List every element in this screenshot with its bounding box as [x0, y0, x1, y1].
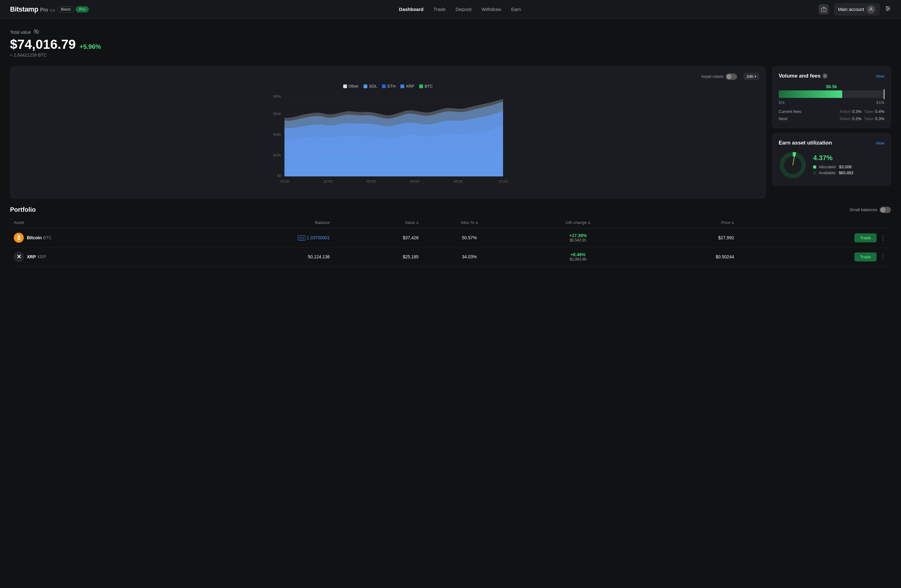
legend-eth: ETH — [382, 84, 396, 89]
svg-text:16:00: 16:00 — [280, 179, 289, 183]
col-actions — [738, 217, 891, 228]
small-balances-switch[interactable] — [880, 207, 891, 213]
badge-basic[interactable]: Basic — [58, 6, 75, 12]
nav-item-deposit[interactable]: Deposit — [455, 6, 471, 12]
table-row: ₿ Bitcoin BTC [+] 1.33700001 $37,426 50.… — [10, 228, 891, 247]
settings-icon[interactable] — [885, 5, 891, 13]
nav-item-dashboard[interactable]: Dashboard — [399, 6, 423, 12]
earn-card: Earn asset utilization View — [772, 133, 891, 186]
portfolio-table: Asset Balance Value ⇅ Alloc % ⇅ 24h chan… — [10, 217, 891, 266]
nav-item-withdraw[interactable]: Withdraw — [482, 6, 501, 12]
chart-area: $80k $60k $40k $20k $0 — [17, 91, 759, 192]
btc-asset-cell: ₿ Bitcoin BTC — [10, 228, 183, 247]
earn-view-link[interactable]: View — [876, 141, 884, 145]
small-balances-toggle: Small balances — [850, 207, 891, 213]
eye-icon[interactable] — [33, 29, 39, 36]
total-value-display: $74,016.79 +5.96% — [10, 37, 891, 52]
svg-point-7 — [886, 6, 887, 7]
svg-text:00:00: 00:00 — [367, 179, 376, 183]
portfolio-header: Portfolio Small balances — [10, 206, 891, 213]
navbar: Bitstamp Pro S.A. Basic Pro Dashboard Tr… — [0, 0, 901, 19]
portfolio-title: Portfolio — [10, 206, 36, 213]
svg-text:20:00: 20:00 — [323, 179, 332, 183]
next-fees-row: Next: Maker 0.2% Taker 0.3% — [779, 116, 884, 122]
main-content: Total value $74,016.79 +5.96% ≈ 2.644212… — [0, 19, 901, 271]
nav-item-earn[interactable]: Earn — [511, 6, 521, 12]
value-sort-icon[interactable]: ⇅ — [416, 221, 419, 224]
wallet-icon[interactable] — [819, 5, 829, 14]
btc-alloc-cell: 50.57% — [422, 228, 516, 247]
asset-colors-label: Asset colors — [701, 74, 723, 79]
xrp-actions-cell: Trade ⋮ — [738, 247, 891, 266]
available-label: Available: — [819, 170, 836, 175]
xrp-trade-button[interactable]: Trade — [854, 252, 877, 261]
xrp-asset-cell: ✕ XRP XRP — [10, 247, 183, 266]
badge-pro[interactable]: Pro — [76, 6, 89, 12]
current-maker-label: Maker — [840, 109, 851, 114]
change-sort-icon[interactable]: ⇅ — [588, 221, 590, 224]
donut-svg — [779, 151, 807, 179]
btc-change-sub: $5,542.01 — [520, 238, 636, 243]
svg-text:12:00: 12:00 — [498, 179, 508, 183]
volume-fees-view-link[interactable]: View — [876, 74, 884, 78]
next-fees-values: Maker 0.2% Taker 0.3% — [840, 116, 884, 121]
time-selector[interactable]: 24h ▾ — [743, 73, 759, 80]
price-sort-icon[interactable]: ⇅ — [731, 221, 734, 224]
next-fees-label: Next: — [779, 116, 788, 121]
svg-text:08:00: 08:00 — [453, 179, 463, 183]
svg-text:$60k: $60k — [273, 112, 281, 116]
chart-controls: Asset colors 24h ▾ — [17, 73, 759, 80]
xrp-change-cell: +8.46% $1,963.90 — [516, 247, 640, 266]
legend-sol: SOL — [363, 84, 377, 89]
logo: Bitstamp Pro S.A. Basic Pro — [10, 5, 89, 14]
progress-bar-fill — [779, 90, 842, 98]
pct-change: +5.96% — [80, 43, 101, 50]
time-label: 24h — [747, 74, 753, 79]
col-value: Value ⇅ — [334, 217, 422, 228]
svg-point-3 — [870, 8, 871, 9]
progress-max: $10k — [876, 100, 884, 105]
earn-available-row: Available: $65,892 — [813, 170, 884, 175]
btc-trade-button[interactable]: Trade — [854, 233, 877, 243]
alloc-sort-icon[interactable]: ⇅ — [475, 221, 478, 224]
logo-sa: S.A. — [50, 9, 56, 12]
btc-more-button[interactable]: ⋮ — [878, 234, 887, 241]
legend-xrp: XRP — [401, 84, 414, 89]
svg-text:$20k: $20k — [273, 153, 281, 157]
btc-plus-badge[interactable]: [+] — [298, 235, 306, 241]
current-taker-val: 0.4% — [875, 109, 884, 114]
earn-header: Earn asset utilization View — [779, 140, 884, 146]
nav-right: Main account — [819, 3, 891, 16]
progress-marker — [884, 89, 884, 99]
volume-current-value: $6.5k — [779, 84, 884, 89]
progress-container — [779, 90, 884, 98]
info-icon[interactable]: i — [823, 73, 828, 78]
xrp-icon: ✕ — [14, 252, 24, 262]
xrp-price-cell: $0.50244 — [640, 247, 738, 266]
nav-item-trade[interactable]: Trade — [433, 6, 446, 12]
account-button[interactable]: Main account — [834, 3, 880, 16]
current-fees-row: Current fees: Maker 0.3% Taker 0.4% — [779, 109, 884, 115]
asset-colors-switch[interactable] — [726, 73, 737, 80]
xrp-more-button[interactable]: ⋮ — [878, 253, 887, 261]
small-balances-label: Small balances — [850, 207, 877, 212]
chart-legend: Other SOL ETH XRP BTC — [17, 84, 759, 89]
progress-min: $1k — [779, 100, 785, 105]
badge-group: Basic Pro — [58, 6, 89, 12]
available-value: $65,892 — [839, 170, 853, 175]
btc-change-cell: +17.38% $5,542.01 — [516, 228, 640, 247]
volume-fees-header: Volume and fees i View — [779, 73, 884, 79]
current-fees-label: Current fees: — [779, 109, 802, 114]
portfolio-table-body: ₿ Bitcoin BTC [+] 1.33700001 $37,426 50.… — [10, 228, 891, 266]
col-asset: Asset — [10, 217, 183, 228]
btc-change-pct: +17.38% — [520, 233, 636, 238]
legend-other: Other — [343, 84, 359, 89]
col-change: 24h change ⇅ — [516, 217, 640, 228]
stats-header: Total value $74,016.79 +5.96% ≈ 2.644212… — [10, 29, 891, 58]
volume-fees-title: Volume and fees i — [779, 73, 828, 79]
xrp-name: XRP — [27, 254, 36, 259]
progress-bar-bg — [779, 90, 884, 98]
col-balance: Balance — [183, 217, 334, 228]
next-maker-label: Maker — [840, 116, 851, 121]
legend-btc: BTC — [419, 84, 433, 89]
